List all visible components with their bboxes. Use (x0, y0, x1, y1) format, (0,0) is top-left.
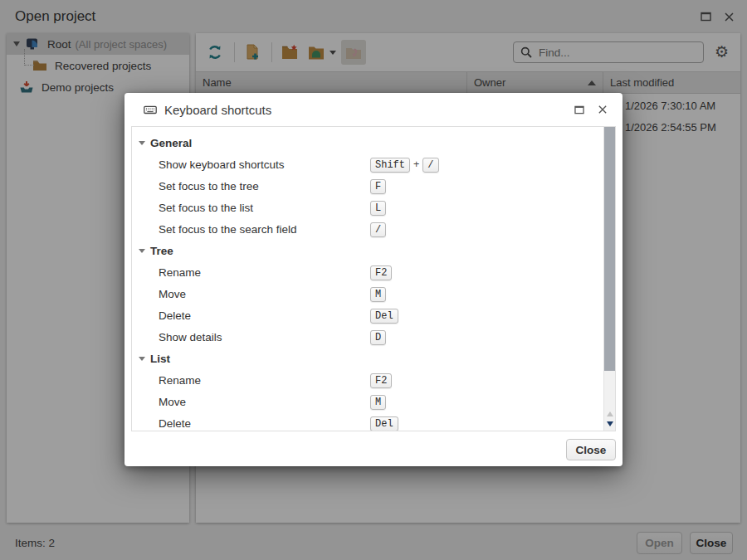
shortcut-row: Set focus to the listL (132, 197, 603, 218)
section-title: Tree (150, 245, 173, 257)
dialog-title: Keyboard shortcuts (164, 103, 271, 117)
maximize-icon[interactable] (573, 103, 586, 116)
shortcut-keys: M (370, 287, 386, 300)
scrollbar-thumb[interactable] (604, 127, 615, 371)
shortcut-action-label: Rename (159, 374, 370, 387)
dialog-close-button[interactable]: Close (566, 439, 616, 460)
shortcut-row: Show keyboard shortcutsShift+/ (132, 153, 603, 175)
dialog-header[interactable]: Keyboard shortcuts (124, 93, 622, 126)
shortcut-action-label: Delete (159, 417, 370, 430)
shortcut-row: RenameF2 (132, 369, 603, 391)
key-separator: + (413, 158, 419, 170)
chevron-down-icon (139, 357, 145, 361)
section-header-tree[interactable]: Tree (132, 240, 603, 261)
shortcut-keys: F2 (370, 373, 392, 387)
shortcut-keys: Shift+/ (370, 158, 439, 171)
shortcut-keys: M (370, 395, 386, 408)
shortcut-action-label: Set focus to the tree (159, 180, 370, 192)
shortcut-keys: / (370, 222, 386, 236)
section-title: List (150, 353, 170, 365)
shortcut-keys: L (370, 201, 386, 214)
shortcut-row: Set focus to the treeF (132, 175, 603, 197)
shortcut-row: RenameF2 (132, 261, 603, 283)
shortcut-action-label: Show details (159, 331, 370, 343)
key-badge: M (370, 395, 386, 410)
shortcut-action-label: Move (159, 396, 370, 408)
shortcut-row: MoveM (132, 391, 603, 412)
chevron-down-icon (139, 141, 145, 145)
keyboard-shortcuts-dialog: Keyboard shortcuts GeneralShow keyboard … (124, 93, 622, 466)
shortcut-keys: F (370, 179, 386, 192)
key-badge: L (370, 201, 386, 216)
shortcut-keys: Del (370, 416, 398, 430)
close-icon[interactable] (596, 103, 609, 116)
shortcut-row: DeleteDel (132, 304, 603, 326)
key-badge: M (370, 287, 386, 302)
shortcut-row: MoveM (132, 283, 603, 304)
shortcut-keys: D (370, 330, 386, 343)
dialog-controls (573, 103, 609, 116)
key-badge: F (370, 179, 386, 194)
key-badge: Shift (370, 158, 410, 173)
key-badge: / (370, 222, 386, 237)
keyboard-icon (143, 102, 158, 117)
key-badge: D (370, 330, 386, 345)
shortcut-keys: F2 (370, 265, 392, 279)
key-badge: / (422, 158, 438, 173)
screen: Open project Root(All project spaces)Rec… (0, 0, 747, 560)
shortcut-row: Show detailsD (132, 326, 603, 348)
shortcut-row: DeleteDel (132, 412, 603, 431)
section-header-list[interactable]: List (132, 348, 603, 369)
shortcut-keys: Del (370, 309, 398, 322)
scrollbar[interactable] (603, 127, 615, 431)
shortcut-action-label: Delete (159, 309, 370, 322)
shortcut-action-label: Move (159, 288, 370, 300)
key-badge: F2 (370, 265, 392, 280)
scroll-down-icon[interactable] (604, 418, 615, 429)
key-badge: Del (370, 416, 398, 431)
key-badge: Del (370, 309, 398, 324)
shortcut-action-label: Show keyboard shortcuts (159, 158, 370, 171)
shortcut-action-label: Set focus to the list (159, 202, 370, 214)
shortcuts-scroll-area: GeneralShow keyboard shortcutsShift+/Set… (131, 126, 616, 431)
chevron-down-icon (139, 249, 145, 253)
shortcut-row: Set focus to the search field/ (132, 218, 603, 240)
shortcut-action-label: Set focus to the search field (159, 223, 370, 236)
key-badge: F2 (370, 373, 392, 388)
shortcut-action-label: Rename (159, 266, 370, 279)
section-title: General (150, 137, 192, 149)
section-header-general[interactable]: General (132, 132, 603, 153)
